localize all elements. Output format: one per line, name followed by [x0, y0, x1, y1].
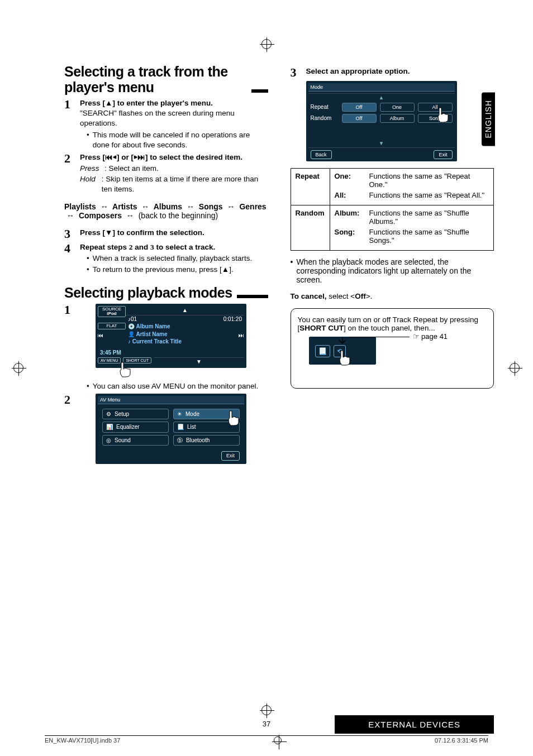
step-number-3: 3 — [64, 228, 74, 240]
step4-instruction: Repeat steps 2 and 3 to select a track. — [80, 243, 215, 251]
track-title: Current Track Title — [132, 338, 182, 344]
mode-exit: Exit — [434, 150, 452, 159]
crop-mark-bottom — [261, 705, 272, 717]
step-number-2: 2 — [64, 152, 74, 194]
navigation-sequence: Playlists ↔ Artists ↔ Albums ↔ Songs ↔ G… — [64, 202, 268, 220]
ipod-screen: SOURCEiPod FLAT ▲ ♪01 0:01:20 💿 Album Na… — [96, 304, 246, 368]
page-number: 37 — [263, 720, 270, 728]
avmenu-screen: AV Menu ⚙ Setup 📊 Equalizer ◎ Sound ☀ Mo… — [96, 394, 246, 464]
callout-arrow-icon — [337, 337, 348, 347]
mode-definition-table: Repeat One:Functions the same as "Repeat… — [291, 168, 494, 251]
track-number: ♪01 — [128, 315, 137, 323]
scroll-up-icon: ▲ — [308, 94, 455, 102]
language-tab: ENGLISH — [482, 92, 495, 146]
def-random-head: Random — [291, 205, 330, 250]
step-number-r3: 3 — [291, 66, 301, 161]
heading-select-track-text: Selecting a track from the player's menu — [64, 64, 247, 95]
heading-select-track: Selecting a track from the player's menu — [64, 64, 268, 95]
mode-screen: Mode ▲ Repeat Off One All Random — [306, 81, 457, 161]
shortcut-callout: You can easily turn on or off Track Repe… — [291, 308, 494, 389]
next-icon: ⏭ — [239, 332, 244, 340]
ipod-note: You can also use AV MENU on the monitor … — [93, 381, 258, 391]
heading-playback-modes-text: Selecting playback modes — [64, 285, 232, 301]
mode-repeat-label: Repeat — [311, 103, 339, 111]
mode-random-album: Album — [380, 114, 415, 123]
step1-bullet: This mode will be canceled if no operati… — [93, 130, 268, 150]
prev-icon: ⏮ — [98, 332, 103, 340]
step2-press-text: : Select an item. — [104, 164, 159, 174]
album-name: Album Name — [136, 323, 170, 329]
flat-badge: FLAT — [98, 323, 126, 329]
print-footer-right: 07.12.6 3:31:45 PM — [435, 737, 488, 746]
step2-instruction: Press [⏮◀] or [▶⏭] to select the desired… — [80, 153, 242, 161]
mode-repeat-off: Off — [342, 103, 377, 112]
mode-random-off: Off — [342, 114, 377, 123]
pointer-hand-icon — [117, 361, 134, 378]
step-number-pm1: 1 — [64, 304, 74, 391]
avmenu-equalizer: 📊 Equalizer — [102, 422, 169, 433]
crop-mark-right — [510, 363, 520, 375]
footer-section-label: EXTERNAL DEVICES — [335, 715, 494, 734]
cancel-line: To cancel, select <Off>. — [291, 292, 494, 300]
list-icon: 📃 — [315, 345, 330, 357]
step-number-1: 1 — [64, 98, 74, 150]
print-footer-left: EN_KW-AVX710[U].indb 37 — [45, 737, 120, 746]
pointer-hand-icon — [225, 410, 242, 427]
up-arrow-icon: ▲ — [126, 306, 244, 315]
mode-repeat-one: One — [380, 103, 415, 112]
page-ref: ☞ page 41 — [413, 332, 448, 341]
crop-mark-left — [13, 363, 23, 375]
step4-bullet1: When a track is selected finally, playba… — [93, 253, 253, 264]
mode-back: Back — [311, 150, 332, 159]
callout-text: You can easily turn on or off Track Repe… — [298, 315, 478, 332]
pointer-hand-icon — [336, 350, 353, 366]
def-repeat-head: Repeat — [291, 168, 330, 205]
elapsed-time: 0:01:20 — [223, 315, 242, 323]
step1-instruction: Press [▲] to enter the player's menu. — [80, 99, 213, 107]
avmenu-exit: Exit — [221, 451, 240, 460]
step2-press-label: Press — [80, 164, 102, 174]
clock-display: 3:45 PM — [98, 348, 244, 358]
heading-playback-modes: Selecting playback modes — [64, 285, 268, 301]
step-number-4: 4 — [64, 242, 74, 275]
print-footer: EN_KW-AVX710[U].indb 37 07.12.6 3:31:45 … — [45, 735, 488, 746]
crop-mark-top — [261, 39, 272, 51]
avmenu-setup: ⚙ Setup — [102, 409, 169, 420]
artist-name: Artist Name — [136, 331, 167, 337]
step2-hold-text: : Skip ten items at a time if there are … — [102, 174, 268, 194]
post-bullet: When the playback modes are selected, th… — [296, 257, 494, 284]
mode-random-label: Random — [311, 114, 339, 122]
heading-rule — [251, 89, 268, 93]
step-r3-instruction: Select an appropriate option. — [306, 67, 410, 75]
step4-bullet2: To return to the previous menu, press [▲… — [93, 265, 234, 275]
source-badge: SOURCEiPod — [98, 306, 126, 317]
pointer-hand-icon — [435, 107, 451, 123]
step2-hold-label: Hold — [80, 174, 99, 194]
avmenu-bluetooth: ⓑ Bluetooth — [173, 435, 240, 446]
step3-instruction: Press [▼] to confirm the selection. — [80, 228, 204, 237]
mode-title: Mode — [308, 83, 455, 92]
scroll-down-icon: ▼ — [308, 140, 455, 147]
down-arrow-icon: ▼ — [154, 357, 244, 366]
avmenu-sound: ◎ Sound — [102, 435, 169, 446]
heading-rule — [237, 295, 268, 298]
step-number-pm2: 2 — [64, 394, 74, 464]
avmenu-title: AV Menu — [98, 396, 244, 404]
step1-text: "SEARCH" flashes on the screen during me… — [80, 109, 235, 127]
